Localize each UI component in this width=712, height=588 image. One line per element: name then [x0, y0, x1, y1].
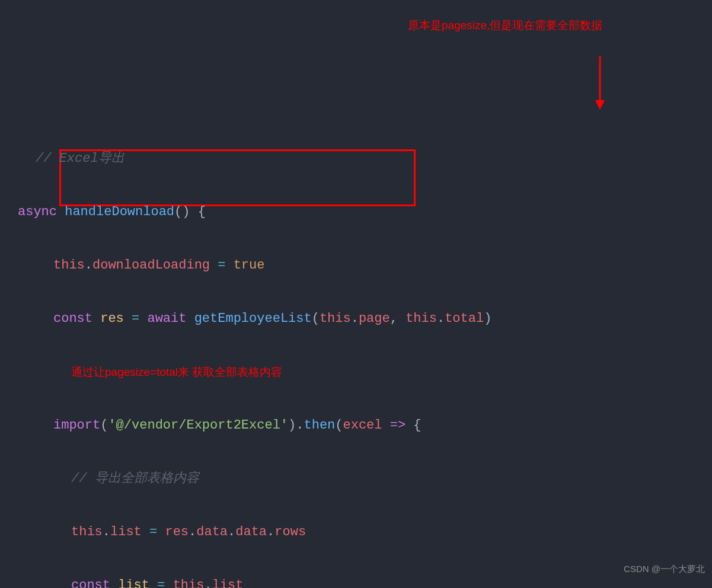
annotation-top-right: 原本是pagesize,但是现在需要全部数据	[408, 12, 602, 39]
code-line: 通过让pagesize=total来 获取全部表格内容	[0, 359, 712, 385]
annotation-inline: 通过让pagesize=total来 获取全部表格内容	[71, 366, 282, 378]
code-line: import('@/vendor/Export2Excel').then(exc…	[0, 412, 712, 439]
code-line: async handleDownload() {	[0, 199, 712, 225]
code-line: // Excel导出	[0, 145, 712, 172]
svg-marker-1	[595, 100, 605, 110]
code-line: const res = await getEmployeeList(this.p…	[0, 305, 712, 332]
code-line: const list = this.list	[0, 572, 712, 588]
arrow-icon	[593, 30, 607, 136]
code-line: // 导出全部表格内容	[0, 465, 712, 492]
watermark: CSDN @一个大萝北	[624, 555, 705, 582]
code-line: this.downloadLoading = true	[0, 252, 712, 279]
code-editor[interactable]: 原本是pagesize,但是现在需要全部数据 // Excel导出 async …	[0, 0, 712, 588]
code-line: this.list = res.data.data.rows	[0, 519, 712, 545]
